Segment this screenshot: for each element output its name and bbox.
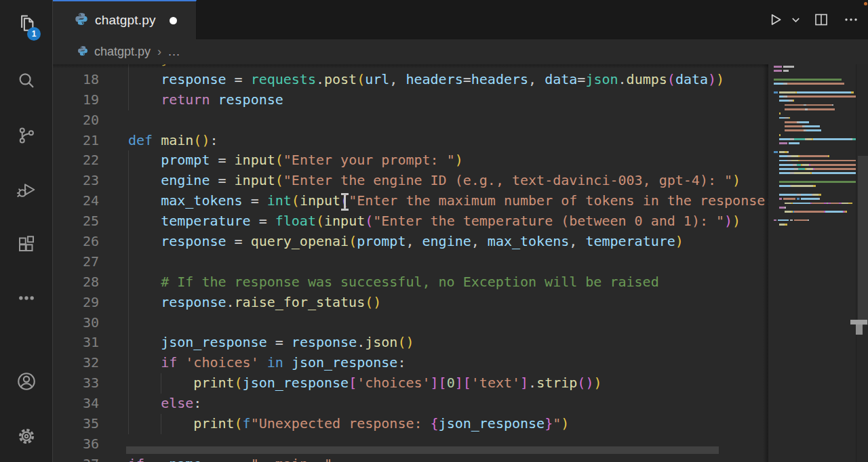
code-line[interactable]: 24 max_tokens = int(input("Enter the max… (53, 191, 99, 211)
sidebar-item-explorer[interactable]: 1 (0, 3, 53, 43)
play-icon[interactable] (765, 9, 785, 30)
code-line[interactable]: 17 } (53, 64, 99, 70)
line-number[interactable]: 31 (53, 333, 99, 353)
code-text: prompt = input("Enter your prompt: ") (128, 150, 463, 171)
python-file-icon (75, 12, 88, 28)
sidebar-item-run-debug[interactable] (0, 169, 53, 210)
code-text: temperature = float(input("Enter the tem… (128, 211, 741, 232)
vertical-scrollbar-thumb[interactable] (858, 156, 868, 325)
account-icon[interactable] (0, 361, 53, 402)
line-number[interactable]: 28 (53, 272, 99, 293)
horizontal-scrollbar-thumb[interactable] (126, 446, 719, 454)
sidebar-item-source-control[interactable] (0, 115, 53, 156)
line-number[interactable]: 22 (53, 150, 99, 171)
split-editor-icon[interactable] (811, 9, 831, 30)
modified-indicator-icon[interactable] (170, 17, 177, 24)
code-text: else: (128, 394, 201, 414)
editor-actions (765, 0, 861, 39)
code-text: max_tokens = int(input("Enter the maximu… (128, 191, 768, 211)
code-line[interactable]: 18 response = requests.post(url, headers… (53, 70, 99, 90)
line-number[interactable]: 25 (53, 211, 99, 232)
code-text: print(f"Unexpected response: {json_respo… (128, 414, 569, 434)
code-line[interactable]: 33 print(json_response['choices'][0]['te… (53, 373, 99, 394)
ellipsis-icon[interactable] (841, 9, 861, 30)
line-number[interactable]: 26 (53, 232, 99, 252)
code-line[interactable]: 29 response.raise_for_status() (53, 293, 99, 313)
line-number[interactable]: 37 (53, 455, 99, 462)
code-editor[interactable]: 17 }18 response = requests.post(url, hea… (53, 64, 868, 462)
code-text: def main(): (128, 131, 218, 151)
code-text: response = query_openai(prompt, engine, … (128, 232, 684, 252)
gear-icon[interactable] (0, 416, 53, 457)
tab-chatgpt-py[interactable]: chatgpt.py (53, 0, 197, 39)
line-number[interactable]: 32 (53, 353, 99, 373)
breadcrumb-file[interactable]: chatgpt.py (94, 45, 151, 59)
line-number[interactable]: 23 (53, 171, 99, 191)
code-line[interactable]: 26 response = query_openai(prompt, engin… (53, 232, 99, 252)
indent-guide (128, 313, 129, 333)
line-number[interactable]: 33 (53, 373, 99, 394)
line-number[interactable]: 24 (53, 191, 99, 211)
code-line[interactable]: 25 temperature = float(input("Enter the … (53, 211, 99, 232)
tab-label: chatgpt.py (95, 13, 156, 28)
code-line[interactable]: 30 (53, 313, 99, 333)
explorer-badge: 1 (27, 27, 41, 41)
code-text: engine = input("Enter the engine ID (e.g… (128, 171, 741, 191)
line-number[interactable]: 29 (53, 293, 99, 313)
tab-bar: chatgpt.py (53, 0, 868, 39)
code-line[interactable]: 20 (53, 110, 99, 131)
code-text: response.raise_for_status() (128, 293, 381, 313)
code-area[interactable]: 17 }18 response = requests.post(url, hea… (53, 64, 768, 462)
activity-bar: 1 (0, 0, 53, 462)
line-number[interactable]: 21 (53, 131, 99, 151)
breadcrumb: chatgpt.py › ... (53, 39, 868, 64)
line-number[interactable]: 20 (53, 110, 99, 131)
sidebar-item-extensions[interactable] (0, 224, 53, 264)
code-line[interactable]: 35 print(f"Unexpected response: {json_re… (53, 414, 99, 434)
code-line[interactable]: 21def main(): (53, 131, 99, 151)
python-file-icon (77, 45, 88, 59)
code-line[interactable]: 23 engine = input("Enter the engine ID (… (53, 171, 99, 191)
minimap[interactable] (768, 64, 856, 462)
code-line[interactable]: 32 if 'choices' in json_response: (53, 353, 99, 373)
code-text: # If the response was successful, no Exc… (128, 272, 659, 293)
line-number[interactable]: 17 (53, 64, 99, 70)
code-line[interactable]: 19 return response (53, 90, 99, 110)
code-line[interactable]: 34 else: (53, 394, 99, 414)
code-text: if __name__ == "__main__": (128, 455, 340, 462)
minimap-line (774, 223, 856, 227)
code-line[interactable]: 31 json_response = response.json() (53, 333, 99, 353)
sidebar-item-search[interactable] (0, 61, 53, 102)
more-views-ellipsis-icon[interactable] (0, 278, 53, 318)
line-number[interactable]: 27 (53, 252, 99, 272)
code-text: json_response = response.json() (128, 333, 414, 353)
indent-guide (128, 252, 129, 272)
code-text: print(json_response['choices'][0]['text'… (128, 373, 602, 394)
line-number[interactable]: 30 (53, 313, 99, 333)
vscode-window: chatgpt.py (0, 0, 868, 462)
code-line[interactable]: 22 prompt = input("Enter your prompt: ") (53, 150, 99, 171)
code-line[interactable]: 28 # If the response was successful, no … (53, 272, 99, 293)
code-line[interactable]: 27 (53, 252, 99, 272)
line-number[interactable]: 18 (53, 70, 99, 90)
code-line[interactable]: 37if __name__ == "__main__": (53, 455, 99, 462)
line-number[interactable]: 19 (53, 90, 99, 110)
breadcrumb-separator-icon: › (157, 45, 161, 59)
line-number[interactable]: 36 (53, 434, 99, 455)
code-text: response = requests.post(url, headers=he… (128, 70, 724, 90)
code-text: if 'choices' in json_response: (128, 353, 406, 373)
line-number[interactable]: 34 (53, 394, 99, 414)
recording-dot (864, 2, 867, 5)
code-text: } (128, 64, 169, 70)
vertical-scrollbar[interactable] (856, 64, 868, 462)
chevron-down-icon[interactable] (789, 9, 802, 30)
code-text: return response (128, 90, 283, 110)
line-number[interactable]: 35 (53, 414, 99, 434)
code-line[interactable]: 36 (53, 434, 99, 455)
breadcrumb-symbol[interactable]: ... (168, 45, 180, 59)
